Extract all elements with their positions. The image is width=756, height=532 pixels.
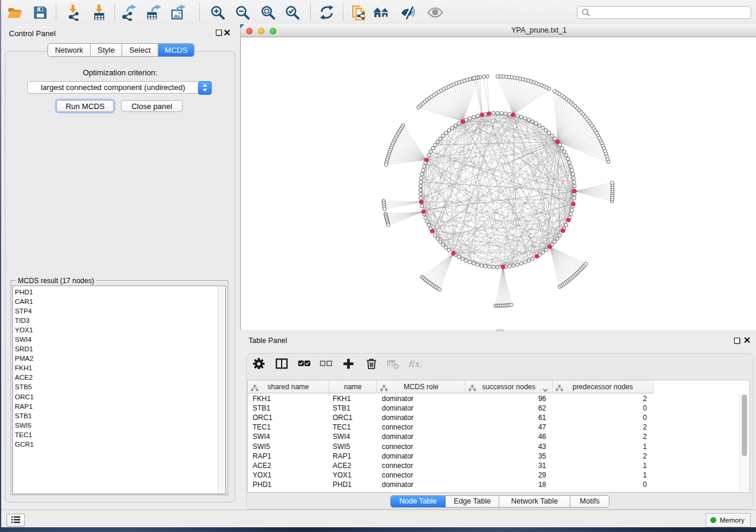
first-neighbors-button[interactable] (373, 4, 390, 21)
table-tab-node-table[interactable]: Node Table (391, 496, 446, 507)
mcds-result-item[interactable]: PMA2 (15, 354, 34, 363)
mcds-result-item[interactable]: TEC1 (15, 430, 34, 440)
add-column-button[interactable] (342, 358, 356, 369)
mcds-result-item[interactable]: FKH1 (15, 363, 34, 373)
zoom-fit-button[interactable] (260, 4, 276, 21)
network-titlebar[interactable]: YPA_prune.txt_1 (240, 24, 756, 37)
table-panel: Table Panel f(x) shared namenam (240, 332, 756, 509)
export-table-button[interactable] (146, 4, 162, 21)
mcds-result-list[interactable]: PHD1CAR1STP4TID3YOX1SWI4SRD1PMA2FKH1ACE2… (12, 286, 226, 494)
mcds-result-item[interactable]: STB1 (15, 411, 34, 421)
mcds-result-item[interactable]: TID3 (15, 316, 34, 325)
mcds-result-item[interactable]: SWI5 (15, 421, 34, 430)
show-all-button[interactable] (427, 4, 444, 21)
criterion-dropdown[interactable]: largest connected component (undirected) (27, 81, 212, 94)
export-image-button[interactable] (170, 4, 187, 21)
mcds-result-item[interactable]: YOX1 (15, 325, 34, 335)
toolbar-separator (199, 3, 200, 21)
zoom-out-button[interactable] (234, 4, 251, 21)
table-tab-motifs[interactable]: Motifs (570, 496, 609, 507)
table-tab-network-table[interactable]: Network Table (499, 496, 570, 507)
cell-name: ORC1 (329, 413, 377, 422)
toolbar-separator (114, 3, 115, 21)
network-title: YPA_prune.txt_1 (511, 26, 567, 34)
control-panel-close-icon[interactable] (224, 30, 230, 36)
cell-shared-name: STB1 (248, 403, 329, 413)
select-all-button[interactable] (297, 358, 311, 369)
maximize-traffic-light[interactable] (270, 28, 276, 34)
cell-MCDS-role: connector (377, 461, 465, 470)
mcds-result-item[interactable]: RAP1 (15, 402, 34, 411)
search-input[interactable] (592, 7, 748, 18)
table-tab-edge-table[interactable]: Edge Table (446, 496, 499, 507)
table-panel-close-icon[interactable] (744, 337, 750, 343)
hide-selected-icon (400, 4, 417, 21)
cell-successor-nodes: 47 (465, 422, 553, 432)
table-scrollbar-thumb[interactable] (742, 395, 747, 456)
run-mcds-button[interactable]: Run MCDS (56, 100, 114, 112)
cell-predecessor-nodes: 0 (553, 413, 653, 422)
save-session-icon (32, 4, 49, 21)
delete-column-button[interactable] (365, 358, 379, 369)
cell-predecessor-nodes: 2 (553, 432, 653, 441)
node-table-header: shared namename MCDS role successor node… (248, 380, 653, 394)
hide-selected-button[interactable] (400, 4, 417, 21)
mcds-result-item[interactable]: PHD1 (15, 287, 34, 297)
mcds-result-item[interactable]: STB5 (15, 382, 34, 392)
zoom-selected-icon (284, 4, 301, 21)
mcds-result-item[interactable]: GCR1 (15, 440, 34, 449)
zoom-selected-button[interactable] (284, 4, 301, 21)
split-columns-button[interactable] (275, 358, 289, 369)
refresh-button[interactable] (318, 4, 335, 21)
control-tab-select[interactable]: Select (122, 44, 158, 56)
cytoscape-window: Control Panel Optimization criterion: la… (1, 0, 756, 527)
column-header-MCDS-role[interactable]: MCDS role (377, 380, 465, 393)
settings-gear-button[interactable] (252, 358, 266, 369)
deselect-all-button[interactable] (319, 358, 333, 369)
mcds-result-item[interactable]: CAR1 (15, 297, 34, 306)
mcds-result-item[interactable]: ACE2 (15, 373, 34, 382)
close-traffic-light[interactable] (246, 28, 253, 34)
mcds-result-item[interactable]: ORC1 (15, 392, 34, 402)
import-table-button[interactable] (91, 4, 107, 21)
mcds-result-title: MCDS result (17 nodes) (16, 277, 96, 285)
mcds-result-item[interactable]: STP4 (15, 306, 34, 316)
cell-successor-nodes: 62 (465, 403, 553, 413)
table-panel-float-icon[interactable] (734, 338, 740, 344)
table-panel-tabs: Node TableEdge TableNetwork TableMotifs (390, 495, 610, 508)
mcds-result-item[interactable]: SRD1 (15, 344, 34, 354)
search-box[interactable] (577, 6, 751, 19)
memory-button[interactable]: Memory (706, 513, 751, 527)
network-canvas[interactable] (240, 37, 756, 330)
import-network-icon (65, 4, 81, 21)
open-session-button[interactable] (7, 4, 23, 21)
mcds-result-item[interactable]: SWI4 (15, 335, 34, 344)
column-header-predecessor-nodes[interactable]: predecessor nodes (553, 380, 653, 393)
export-network-button[interactable] (121, 4, 138, 21)
control-panel-float-icon[interactable] (216, 30, 222, 36)
deselect-all-icon (319, 358, 333, 369)
save-session-button[interactable] (32, 4, 49, 21)
cell-successor-nodes: 96 (465, 394, 553, 403)
close-panel-button[interactable]: Close panel (121, 100, 183, 112)
open-session-icon (7, 4, 23, 21)
cell-predecessor-nodes: 2 (553, 394, 653, 403)
control-tab-mcds[interactable]: MCDS (158, 44, 194, 56)
export-table-icon (146, 4, 162, 21)
table-scrollbar[interactable] (739, 394, 749, 492)
zoom-fit-icon (260, 4, 276, 21)
clone-network-button[interactable] (350, 4, 367, 21)
control-tab-style[interactable]: Style (91, 44, 122, 56)
cell-successor-nodes: 29 (465, 470, 553, 480)
column-header-name[interactable]: name (329, 380, 377, 393)
panel-list-button[interactable] (7, 514, 25, 527)
desktop: Control Panel Optimization criterion: la… (0, 0, 756, 532)
toolbar-separator (310, 3, 311, 21)
import-network-button[interactable] (65, 4, 81, 21)
column-header-shared-name[interactable]: shared name (248, 380, 329, 393)
column-header-successor-nodes[interactable]: successor nodes (465, 380, 553, 393)
zoom-in-button[interactable] (209, 4, 226, 21)
minimize-traffic-light[interactable] (258, 28, 264, 34)
control-tab-network[interactable]: Network (48, 44, 91, 56)
result-list-scrollbar[interactable] (218, 286, 225, 493)
